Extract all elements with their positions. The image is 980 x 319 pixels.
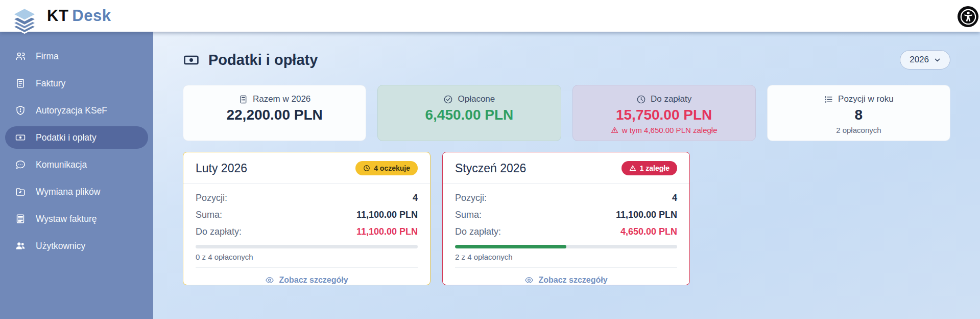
overdue-badge: 1 zaległe: [622, 161, 677, 175]
badge-text: 1 zaległe: [640, 164, 670, 172]
sidebar-item-autoryzacja-ksef[interactable]: Autoryzacja KSeF: [5, 99, 148, 122]
brand-kt: KT: [47, 7, 68, 25]
sidebar-item-label: Wymiana plików: [36, 187, 100, 197]
invoice-icon: [14, 213, 26, 225]
row-value: 11,100.00 PLN: [356, 210, 418, 220]
calculator-icon: [238, 95, 248, 104]
months-row: Luty 2026 4 oczekuje Pozycji: 4 Suma: 11…: [183, 152, 950, 285]
progress-text: 0 z 4 opłaconych: [196, 253, 418, 261]
row-value: 4: [672, 193, 677, 203]
details-link[interactable]: Zobacz szczegóły: [196, 267, 418, 292]
row-label: Pozycji:: [455, 193, 487, 203]
stat-note: 2 opłaconych: [768, 126, 950, 134]
month-card-body: Pozycji: 4 Suma: 11,100.00 PLN Do zapłat…: [183, 184, 430, 292]
clock-icon: [363, 165, 370, 172]
month-card-styczen-2026: Styczeń 2026 1 zaległe Pozycji: 4 Suma: …: [442, 152, 690, 285]
stat-label: Razem w 2026: [253, 94, 310, 104]
badge-text: 4 oczekuje: [374, 164, 410, 172]
clock-icon: [636, 95, 646, 104]
top-bar: KTDesk: [0, 0, 980, 32]
sum-row: Suma: 11,100.00 PLN: [196, 210, 418, 220]
year-dropdown[interactable]: 2026: [900, 50, 950, 70]
sidebar-item-label: Autoryzacja KSeF: [36, 105, 107, 116]
stat-value: 6,450.00 PLN: [378, 107, 560, 123]
banknote-title-icon: [183, 52, 200, 69]
sidebar-item-label: Wystaw fakturę: [36, 214, 97, 224]
sidebar-item-label: Użytkownicy: [36, 241, 85, 252]
row-label: Do zapłaty:: [455, 226, 501, 237]
chat-bubble-icon: [14, 159, 26, 171]
stat-label: Opłacone: [458, 94, 495, 104]
items-row: Pozycji: 4: [196, 193, 418, 203]
brand-name: KTDesk: [47, 7, 111, 25]
list-icon: [824, 95, 833, 104]
sidebar-item-uzytkownicy[interactable]: Użytkownicy: [5, 235, 148, 257]
document-icon: [14, 78, 26, 89]
row-label: Do zapłaty:: [196, 226, 242, 237]
items-row: Pozycji: 4: [455, 193, 677, 203]
sidebar-nav: Firma Faktury Autoryzacja KSeF Podatki i: [0, 32, 153, 319]
eye-icon: [265, 276, 274, 285]
page-title: Podatki i opłaty: [208, 52, 318, 69]
sidebar-item-firma[interactable]: Firma: [5, 45, 148, 67]
shield-icon: [14, 105, 26, 117]
stat-card-razem: Razem w 2026 22,200.00 PLN: [183, 85, 366, 141]
warning-triangle-icon: [611, 126, 618, 134]
row-value: 4: [413, 193, 418, 203]
page-header: Podatki i opłaty 2026: [183, 50, 950, 70]
banknote-icon: [14, 132, 26, 144]
check-circle-icon: [443, 95, 453, 104]
brand-desk: Desk: [72, 7, 111, 25]
due-row: Do zapłaty: 4,650.00 PLN: [455, 226, 677, 237]
stat-note-group: w tym 4,650.00 PLN zaległe: [573, 126, 755, 134]
accessibility-button[interactable]: [958, 6, 978, 27]
progress-bar: [455, 245, 677, 248]
pending-badge: 4 oczekuje: [355, 161, 418, 175]
main-content: Podatki i opłaty 2026 Razem w 2026 22,20…: [153, 32, 980, 319]
stat-label-group: Razem w 2026: [183, 94, 366, 104]
stat-label: Do zapłaty: [651, 94, 691, 104]
stat-card-do-zaplaty: Do zapłaty 15,750.00 PLN w tym 4,650.00 …: [572, 85, 756, 141]
app-logo[interactable]: KTDesk: [9, 0, 111, 37]
stat-card-pozycji: Pozycji w roku 8 2 opłaconych: [767, 85, 950, 141]
month-card-header: Luty 2026 4 oczekuje: [183, 152, 430, 184]
month-title: Styczeń 2026: [455, 162, 526, 175]
stats-row: Razem w 2026 22,200.00 PLN Opłacone 6,45…: [183, 85, 950, 141]
chevron-down-icon: [934, 57, 941, 63]
month-card-body: Pozycji: 4 Suma: 11,100.00 PLN Do zapłat…: [443, 184, 689, 292]
stat-label-group: Do zapłaty: [573, 94, 755, 104]
sidebar-item-komunikacja[interactable]: Komunikacja: [5, 153, 148, 176]
warning-triangle-icon: [629, 165, 636, 172]
stat-value: 22,200.00 PLN: [183, 107, 366, 123]
row-value: 11,100.00 PLN: [616, 210, 677, 220]
month-card-luty-2026: Luty 2026 4 oczekuje Pozycji: 4 Suma: 11…: [183, 152, 431, 285]
folder-share-icon: [14, 186, 26, 198]
sidebar-item-label: Podatki i opłaty: [36, 132, 97, 143]
due-row: Do zapłaty: 11,100.00 PLN: [196, 226, 418, 237]
progress-bar: [196, 245, 418, 248]
details-label: Zobacz szczegóły: [279, 276, 348, 285]
accessibility-icon: [960, 8, 977, 26]
row-value: 11,100.00 PLN: [356, 226, 418, 237]
stat-note: w tym 4,650.00 PLN zaległe: [622, 126, 718, 134]
sidebar-item-wystaw-fakture[interactable]: Wystaw fakturę: [5, 208, 148, 230]
month-title: Luty 2026: [196, 162, 247, 175]
users-filled-icon: [14, 240, 26, 252]
page-title-group: Podatki i opłaty: [183, 52, 318, 69]
progress-text: 2 z 4 opłaconych: [455, 253, 677, 261]
sidebar-item-label: Faktury: [36, 78, 65, 89]
stat-card-oplacone: Opłacone 6,450.00 PLN: [377, 85, 561, 141]
sidebar-item-faktury[interactable]: Faktury: [5, 72, 148, 95]
details-link[interactable]: Zobacz szczegóły: [455, 267, 677, 292]
sidebar-item-wymiana-plikow[interactable]: Wymiana plików: [5, 180, 148, 203]
row-label: Suma:: [196, 210, 222, 220]
company-users-icon: [14, 51, 26, 62]
stat-value: 15,750.00 PLN: [573, 107, 755, 123]
stat-value: 8: [768, 107, 950, 123]
layers-logo-icon: [9, 6, 40, 37]
eye-icon: [524, 276, 534, 285]
sidebar-item-label: Komunikacja: [36, 160, 87, 170]
stat-label-group: Opłacone: [378, 94, 560, 104]
sidebar-item-podatki-i-oplaty[interactable]: Podatki i opłaty: [5, 126, 148, 149]
stat-label: Pozycji w roku: [838, 94, 894, 104]
